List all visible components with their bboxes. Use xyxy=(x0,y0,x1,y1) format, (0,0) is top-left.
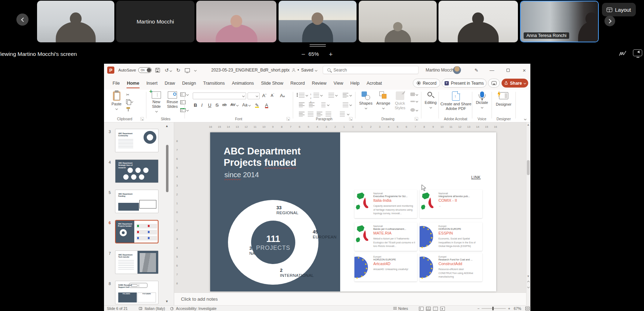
participant-tile[interactable] xyxy=(196,1,276,42)
text-direction-chevron-icon[interactable] xyxy=(349,94,352,96)
autosave-toggle[interactable]: On xyxy=(138,67,152,73)
ribbon-tab-transitions[interactable]: Transitions xyxy=(199,77,228,90)
reading-view-button[interactable] xyxy=(433,307,438,311)
clear-formatting-button[interactable]: A⌀ xyxy=(280,93,285,98)
participant-tile[interactable] xyxy=(359,1,437,42)
projects-donut-chart[interactable]: 33REGIONAL 45EUROPEAN 2INTERNATIONAL 31N… xyxy=(228,200,318,285)
slide-canvas[interactable]: ABC Department Projects funded since 201… xyxy=(210,132,496,291)
ribbon-tab-review[interactable]: Review xyxy=(308,77,330,90)
ribbon-tab-file[interactable]: File xyxy=(109,77,123,90)
stage-zoom-in-button[interactable]: + xyxy=(327,50,335,59)
link-label[interactable]: LINK xyxy=(471,175,481,179)
stage-zoom-out-button[interactable]: − xyxy=(299,50,307,59)
quick-styles-button[interactable]: Quick Styles xyxy=(393,91,407,110)
slide-thumbnail-preview[interactable]: ABC Department Tech transfer xyxy=(115,251,159,274)
participant-tile[interactable]: Anna Teresa Ronchi xyxy=(520,1,599,42)
collapse-ribbon-chevron-icon[interactable] xyxy=(524,118,526,120)
project-card[interactable]: ★ ★ ★ ★ ★ ★ ★ Europei HORIZON EUROPE ESS… xyxy=(420,222,482,251)
strip-drag-handle[interactable] xyxy=(310,44,326,48)
undo-icon[interactable]: ↺ xyxy=(165,67,172,73)
slide-sorter-view-button[interactable] xyxy=(426,307,431,311)
bold-button[interactable]: B xyxy=(194,102,197,108)
zoom-slider[interactable] xyxy=(482,308,506,309)
arrange-button[interactable]: Arrange xyxy=(375,91,392,110)
align-text-chevron-icon[interactable] xyxy=(349,104,352,106)
slide-thumbnail-preview[interactable]: ABC Department Strategic lines of resear… xyxy=(115,159,159,183)
present-in-teams-button[interactable]: T Present in Teams xyxy=(442,79,487,88)
avatar[interactable] xyxy=(453,66,461,74)
redo-icon[interactable]: ↻ xyxy=(176,67,181,73)
justify-button[interactable] xyxy=(326,112,331,116)
clipboard-dialog-launcher[interactable]: ↘ xyxy=(140,117,144,121)
participant-tile[interactable] xyxy=(438,1,518,42)
strikethrough-button[interactable]: S xyxy=(215,102,219,108)
new-slide-button[interactable]: New Slide xyxy=(149,91,164,113)
align-right-button[interactable] xyxy=(317,112,322,116)
project-card[interactable]: Nazionali Executive Programme for Sci...… xyxy=(354,190,417,218)
paragraph-dialog-launcher[interactable]: ↘ xyxy=(349,117,353,121)
shrink-font-button[interactable]: Aˇ xyxy=(271,93,274,97)
next-slide-icon[interactable] xyxy=(526,285,530,289)
bullets-button[interactable] xyxy=(299,93,305,97)
columns-chevron-icon[interactable] xyxy=(327,104,329,106)
qat-customize-chevron-icon[interactable] xyxy=(194,69,197,71)
normal-view-button[interactable] xyxy=(419,307,424,311)
proofing-icon[interactable] xyxy=(139,306,142,311)
participant-tile[interactable]: Martino Mocchi xyxy=(116,1,194,42)
language-status[interactable]: Italian (Italy) xyxy=(145,306,165,311)
close-button[interactable]: × xyxy=(518,64,530,77)
create-pdf-button[interactable]: Create and Share Adobe PDF xyxy=(440,91,472,111)
font-color-button[interactable]: A xyxy=(265,102,268,108)
project-card[interactable]: Nazionali Bando per il cofinanziament...… xyxy=(354,222,417,251)
shape-fill-button[interactable] xyxy=(410,93,418,96)
designer-button[interactable]: Designer xyxy=(494,91,514,107)
character-spacing-button[interactable]: AV xyxy=(230,102,238,107)
slide-subtitle[interactable]: since 2014 xyxy=(224,171,259,179)
align-text-button[interactable] xyxy=(343,102,348,107)
text-direction-button[interactable] xyxy=(343,93,348,97)
start-slideshow-icon[interactable] xyxy=(185,68,190,72)
numbering-button[interactable] xyxy=(313,93,319,97)
save-icon[interactable] xyxy=(155,68,160,73)
strikethrough-ab-button[interactable]: ab xyxy=(222,102,227,107)
align-left-button[interactable] xyxy=(299,112,305,116)
format-painter-button[interactable] xyxy=(126,107,130,111)
ribbon-tab-help[interactable]: Help xyxy=(347,77,363,90)
shapes-button[interactable]: Shapes xyxy=(358,91,374,110)
ribbon-tab-insert[interactable]: Insert xyxy=(143,77,161,90)
slide-thumbnail[interactable]: 8 OABC Research Support Unit PRE-AWARD P… xyxy=(104,281,174,306)
paste-button[interactable]: Paste xyxy=(110,91,123,111)
accessibility-status[interactable]: Accessibility: Investigate xyxy=(176,306,217,311)
scroll-down-icon[interactable]: ▼ xyxy=(526,275,530,278)
increase-indent-button[interactable] xyxy=(309,102,315,107)
shape-outline-button[interactable] xyxy=(410,100,418,102)
editing-button[interactable]: Editing xyxy=(423,91,438,109)
panel-splitter[interactable] xyxy=(174,122,174,305)
slide-thumbnail[interactable]: 7 ABC Department Tech transfer xyxy=(104,251,174,275)
ribbon-tab-animations[interactable]: Animations xyxy=(228,77,258,90)
underline-button[interactable]: U xyxy=(208,102,211,108)
account-name[interactable]: Martino Mocchi xyxy=(426,64,455,77)
zoom-percentage[interactable]: 67% xyxy=(514,306,521,311)
columns-button[interactable] xyxy=(321,102,326,107)
ribbon-tab-record[interactable]: Record xyxy=(287,77,308,90)
slide-thumbnail[interactable]: 6 ABC Department Projects funded xyxy=(104,220,174,245)
decrease-indent-button[interactable] xyxy=(299,102,305,107)
notes-pane[interactable]: Click to add notes xyxy=(174,292,526,305)
accessibility-icon[interactable] xyxy=(170,306,173,311)
strip-scroll-right-button[interactable] xyxy=(604,16,615,26)
panel-scrollbar-thumb[interactable] xyxy=(166,145,168,192)
change-case-button[interactable]: Aa xyxy=(242,102,250,107)
minimize-button[interactable]: — xyxy=(486,64,498,77)
slide-thumbnail[interactable]: 3 ABC Department Community xyxy=(104,129,174,154)
project-card[interactable]: ★ ★ ★ ★ ★ ★ ★ Europei Research Fund for … xyxy=(420,253,482,281)
line-spacing-button[interactable] xyxy=(328,93,334,97)
drawing-dialog-launcher[interactable]: ↘ xyxy=(415,117,418,121)
project-card[interactable]: Nazionali Integrazione all'avviso pub...… xyxy=(420,190,482,218)
font-size-combobox[interactable] xyxy=(248,93,260,99)
layout-button[interactable]: Layout xyxy=(602,3,636,16)
ribbon-tab-home[interactable]: Home xyxy=(123,77,143,90)
reuse-slides-button[interactable]: Reuse Slides xyxy=(165,91,180,109)
fit-to-window-icon[interactable] xyxy=(525,307,530,310)
zoom-out-icon[interactable]: − xyxy=(477,306,479,311)
